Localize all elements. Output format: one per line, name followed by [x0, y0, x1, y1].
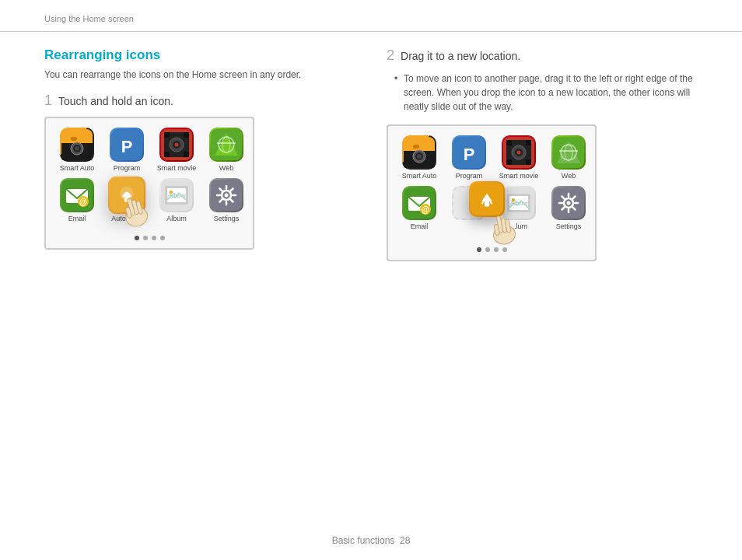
svg-rect-56: [413, 145, 419, 149]
icons-row2-right: @ Email: [396, 186, 587, 244]
main-content: Rearranging icons You can rearrange the …: [0, 32, 742, 261]
icon-settings-right: Settings: [545, 186, 592, 230]
svg-point-34: [170, 191, 173, 194]
step2-label: 2 Drag it to a new location.: [387, 47, 698, 64]
icon-web-right: Web: [545, 135, 592, 180]
icon-smart-movie-right: Smart movie: [495, 135, 542, 180]
icons-row2-left: @ Email: [54, 178, 245, 233]
svg-rect-13: [164, 132, 170, 138]
svg-text:@: @: [79, 198, 87, 206]
footer-page: 28: [400, 535, 410, 546]
dot-2: [143, 236, 148, 240]
section-description: You can rearrange the icons on the Home …: [44, 69, 355, 80]
svg-rect-95: [485, 201, 489, 206]
svg-rect-15: [164, 152, 170, 157]
dot-4: [160, 236, 165, 240]
icons-row1-right: Smart Auto P Program: [396, 135, 587, 180]
icon-smart-auto-right: Smart Auto: [396, 135, 443, 180]
icon-album-left: Album Album: [153, 178, 200, 222]
step1-text: Touch and hold an icon.: [58, 95, 173, 107]
icon-smart-movie: Smart movie: [153, 128, 200, 172]
svg-point-81: [512, 198, 515, 201]
svg-point-37: [225, 194, 229, 198]
svg-point-63: [517, 151, 521, 155]
page-dots-left: [54, 236, 245, 240]
svg-rect-20: [217, 142, 236, 144]
dot-1: [135, 236, 139, 240]
svg-rect-16: [184, 152, 189, 157]
page-footer: Basic functions 28: [0, 535, 742, 546]
svg-point-4: [75, 146, 79, 151]
svg-rect-14: [184, 132, 189, 138]
svg-rect-67: [526, 159, 531, 165]
phone-screen-left: Smart Auto P Program: [44, 117, 254, 250]
icon-email-left: @ Email: [54, 178, 100, 222]
step2-number: 2: [387, 47, 394, 64]
icon-program: P Program: [103, 128, 150, 172]
step2-bullet: To move an icon to another page, drag it…: [394, 72, 698, 114]
step2-bullets: To move an icon to another page, drag it…: [387, 72, 698, 114]
svg-rect-5: [71, 137, 77, 141]
svg-point-84: [567, 201, 571, 205]
dot-3: [152, 236, 156, 240]
phone-screen-right: Smart Auto P Program: [387, 124, 597, 261]
breadcrumb: Using the Home screen: [0, 0, 742, 32]
svg-text:P: P: [464, 145, 475, 164]
icon-program-right: P Program: [446, 135, 492, 180]
svg-point-12: [175, 143, 179, 147]
breadcrumb-text: Using the Home screen: [44, 14, 134, 23]
icon-smart-auto: Smart Auto: [54, 128, 100, 172]
right-column: 2 Drag it to a new location. To move an …: [387, 47, 698, 261]
step1-label: 1 Touch and hold an icon.: [44, 93, 355, 109]
icon-email-right: @ Email: [396, 186, 443, 230]
icon-web: Web: [203, 128, 250, 172]
step2-text: Drag it to a new location.: [401, 50, 520, 62]
icons-row1-left: Smart Auto P Program: [54, 128, 245, 172]
footer-text: Basic functions: [332, 535, 395, 546]
svg-rect-64: [506, 140, 512, 145]
svg-text:P: P: [121, 137, 133, 156]
svg-rect-65: [526, 140, 531, 145]
svg-point-55: [417, 154, 422, 159]
dot-r1: [477, 247, 481, 252]
svg-text:@: @: [422, 205, 429, 214]
icon-settings-left: Settings: [203, 178, 250, 222]
svg-rect-66: [506, 159, 512, 165]
step1-number: 1: [44, 93, 52, 109]
dot-r2: [485, 247, 490, 252]
left-column: Rearranging icons You can rearrange the …: [44, 47, 355, 261]
section-title: Rearranging icons: [44, 47, 355, 63]
